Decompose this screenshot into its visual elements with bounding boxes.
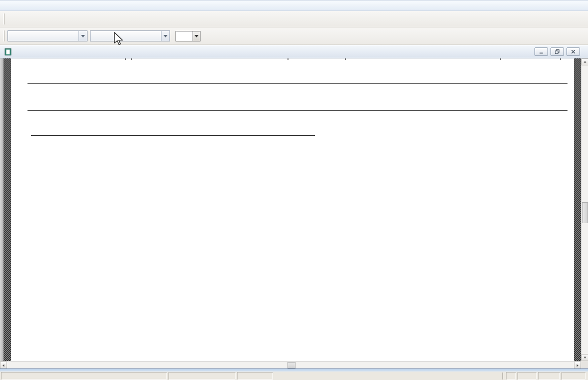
- window-edge: [0, 58, 4, 369]
- clipped-text-fragment: [125, 58, 126, 60]
- vertical-scrollbar[interactable]: [581, 58, 588, 361]
- status-empty-panel: [506, 372, 516, 380]
- scroll-left-button[interactable]: [0, 362, 7, 369]
- status-record: [168, 372, 236, 380]
- horizontal-scrollbar[interactable]: [0, 361, 581, 369]
- document-window-titlebar: [0, 45, 588, 58]
- header-rule: [28, 83, 568, 84]
- toolbar-grip[interactable]: [3, 30, 4, 41]
- scrollbar-corner: [581, 361, 588, 369]
- clipped-text-fragment: [288, 58, 288, 60]
- clipped-text-fragment: [560, 58, 561, 60]
- status-clock: [562, 372, 586, 380]
- menu-bar: [0, 0, 588, 11]
- profile-combobox[interactable]: [8, 30, 88, 41]
- scroll-right-button[interactable]: [574, 362, 581, 369]
- application-window: ? Σ Σ REB∞: [0, 0, 588, 380]
- chevron-down-icon[interactable]: [192, 31, 200, 41]
- scroll-up-button[interactable]: [582, 58, 588, 65]
- close-button[interactable]: [566, 47, 580, 56]
- view-combobox[interactable]: [90, 30, 170, 41]
- clipped-text-fragment: [345, 58, 346, 60]
- toolbar-report: [0, 27, 588, 45]
- horizontal-scroll-thumb[interactable]: [288, 362, 296, 369]
- scroll-down-button[interactable]: [582, 354, 588, 361]
- clipped-text-fragment: [500, 58, 501, 60]
- table-top-rule: [28, 110, 568, 111]
- status-file-path: [1, 372, 167, 380]
- minimize-button[interactable]: [534, 47, 548, 56]
- report-page: [11, 58, 574, 361]
- status-mode: [237, 372, 273, 380]
- zoom-combobox[interactable]: [176, 31, 200, 41]
- chevron-down-icon[interactable]: [161, 31, 170, 41]
- status-bar: [0, 372, 588, 380]
- toolbar-standard: [0, 11, 588, 27]
- chevron-down-icon[interactable]: [78, 31, 87, 41]
- vertical-scroll-thumb[interactable]: [582, 202, 588, 223]
- restore-button[interactable]: [550, 47, 564, 56]
- header-separator: [31, 135, 315, 136]
- status-divider: [502, 373, 503, 380]
- document-area: [0, 58, 588, 369]
- status-numlock: [518, 372, 536, 380]
- report-document-icon: [4, 48, 12, 56]
- clipped-text-fragment: [131, 58, 132, 60]
- status-empty-panel: [538, 372, 560, 380]
- toolbar-grip[interactable]: [3, 13, 4, 24]
